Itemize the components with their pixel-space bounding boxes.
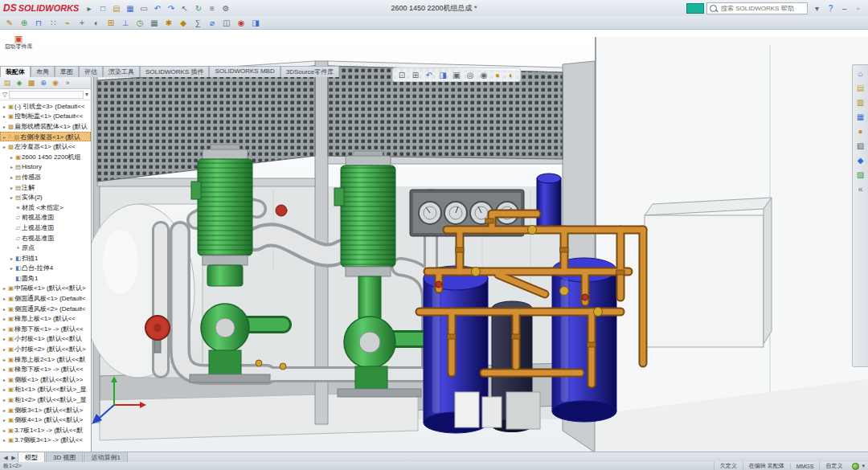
expand-arrow-icon[interactable]: ▸: [2, 437, 7, 443]
expand-arrow-icon[interactable]: ▸: [2, 427, 7, 433]
tree-item[interactable]: ▸▣小封板<1> (默认<<默认: [0, 334, 91, 345]
tree-item[interactable]: ▱上视基准面: [0, 223, 91, 233]
expand-arrow-icon[interactable]: ▸: [2, 144, 7, 149]
search-input[interactable]: [719, 4, 805, 13]
bottom-tab-2[interactable]: 运动算例1: [84, 452, 127, 462]
view-orientation-icon[interactable]: ▣: [450, 69, 463, 80]
tree-item[interactable]: ▸▣(-) 引线盒<3> (Default<<: [0, 101, 91, 112]
expand-arrow-icon[interactable]: ▸: [2, 326, 7, 332]
select-arrow-icon[interactable]: ↖: [178, 2, 191, 14]
expand-arrow-icon[interactable]: ▸: [9, 265, 14, 271]
print-icon[interactable]: ▭: [137, 2, 150, 14]
expand-arrow-icon[interactable]: ▸: [9, 194, 14, 200]
measure-icon[interactable]: ⌀: [205, 17, 219, 29]
tree-item[interactable]: ▸▣3.7侧板3<1> -> (默认<<: [0, 435, 91, 446]
small-blue-cylinder[interactable]: [537, 174, 561, 231]
tree-item[interactable]: ▸▤传感器: [0, 172, 91, 182]
tree-item[interactable]: ▸◧扫描1: [0, 253, 91, 264]
expand-arrow-icon[interactable]: ▸: [2, 397, 7, 403]
filter-funnel-icon[interactable]: ▽: [2, 91, 7, 98]
tree-item[interactable]: ▸▣侧板3<1> (默认<<默认>: [0, 405, 91, 415]
tree-item[interactable]: ≡材质 <未指定>: [0, 202, 91, 213]
window-restore-icon[interactable]: ▫: [851, 2, 865, 14]
mass-properties-icon[interactable]: ◫: [219, 17, 234, 29]
tree-filter-row[interactable]: ▽ ▾: [0, 89, 91, 100]
tree-item[interactable]: ▸▣中隔板<1> (默认<<默认>: [0, 284, 91, 294]
filter-caret-icon[interactable]: ▾: [85, 91, 88, 98]
reference-geometry-icon[interactable]: ⊥: [118, 17, 133, 29]
tree-item[interactable]: ▸▤实体(2): [0, 192, 91, 202]
section-view-icon[interactable]: ◨: [436, 69, 449, 80]
tree-item[interactable]: ▸▤注解: [0, 182, 91, 193]
bottom-tab-0[interactable]: 模型: [18, 452, 45, 462]
graphics-viewport[interactable]: ▣ 启动零件库 装配体布局草图评估渲染工具SOLIDWORKS 插件SOLIDW…: [0, 29, 868, 452]
tree-item[interactable]: ▸▣侧面通风板<1> (Default<: [0, 293, 91, 304]
expand-arrow-icon[interactable]: ▸: [2, 377, 7, 382]
displaymanager-tab-icon[interactable]: ◉: [50, 78, 61, 88]
expand-arrow-icon[interactable]: ▸: [2, 357, 7, 362]
zoom-to-area-icon[interactable]: ⊞: [409, 69, 422, 80]
expand-arrow-icon[interactable]: ▸: [2, 336, 7, 341]
solidworks-resources-icon[interactable]: ⌂: [854, 67, 866, 79]
tree-item[interactable]: ▸▣柜1<1> (默认<<默认>_显: [0, 385, 91, 395]
tree-item[interactable]: ▱前视基准面: [0, 213, 91, 223]
zoom-to-fit-icon[interactable]: ⊡: [395, 69, 408, 80]
expand-arrow-icon[interactable]: ▸: [9, 174, 14, 180]
exploded-view-icon[interactable]: ✱: [162, 17, 176, 29]
instant3d-icon[interactable]: ◆: [176, 17, 190, 29]
expand-arrow-icon[interactable]: ▸: [2, 285, 7, 291]
tree-item[interactable]: ◧圆角1: [0, 273, 91, 284]
propertymanager-tab-icon[interactable]: ◈: [14, 78, 25, 88]
menu-expand-icon[interactable]: ▸: [82, 2, 96, 14]
tree-item[interactable]: ▸▤History: [0, 162, 91, 173]
expand-arrow-icon[interactable]: ▸: [2, 316, 7, 321]
edit-component-icon[interactable]: ✎: [2, 17, 17, 29]
tree-item[interactable]: ▸▩左冷凝器<1> (默认<<: [0, 141, 91, 152]
display-style-icon[interactable]: ◎: [464, 69, 477, 80]
tree-item[interactable]: +原点: [0, 243, 91, 253]
insert-components-icon[interactable]: ⊕: [17, 17, 31, 29]
expand-arrow-icon[interactable]: ▸: [9, 255, 14, 261]
file-properties-icon[interactable]: ≡: [205, 2, 219, 14]
smart-fasteners-icon[interactable]: ⌁: [60, 17, 75, 29]
file-explorer-icon[interactable]: ▥: [854, 96, 866, 108]
command-tab-2[interactable]: 草图: [55, 66, 79, 77]
command-tab-6[interactable]: SOLIDWORKS MBD: [209, 66, 280, 77]
expand-arrow-icon[interactable]: ▸: [9, 185, 14, 190]
minimize-icon[interactable]: –: [837, 2, 851, 14]
featuremanager-tab-icon[interactable]: ▤: [2, 78, 13, 88]
view-palette-icon[interactable]: ▦: [854, 111, 866, 122]
solidworks-forum-icon[interactable]: ◆: [854, 154, 866, 166]
tree-item[interactable]: ▸▩扁形线槽装配体<1> (默认: [0, 121, 91, 132]
expand-arrow-icon[interactable]: ▸: [2, 113, 7, 119]
status-caret-icon[interactable]: ▾: [862, 463, 865, 469]
command-tab-4[interactable]: 渲染工具: [103, 66, 140, 77]
equations-icon[interactable]: ∑: [190, 17, 205, 29]
electrical-enclosure[interactable]: [645, 198, 772, 347]
tree-item[interactable]: ▸▣梯形上板2<1> (默认<<默: [0, 354, 91, 365]
open-document-icon[interactable]: ▤: [109, 2, 123, 14]
options-icon[interactable]: ⚙: [219, 2, 232, 14]
tree-item[interactable]: ▸▣3.7板1<1> -> (默认<<默: [0, 425, 91, 435]
interference-detection-icon[interactable]: ◉: [234, 17, 248, 29]
bill-of-materials-icon[interactable]: ▦: [147, 17, 162, 29]
tree-item[interactable]: ▸▣小封板<2> (默认<<默认>: [0, 344, 91, 354]
resource-monitor-icon[interactable]: [852, 463, 859, 470]
design-library-icon[interactable]: ▤: [854, 82, 866, 93]
mate-icon[interactable]: ⊓: [31, 17, 46, 29]
move-component-icon[interactable]: +: [75, 17, 89, 29]
help-icon[interactable]: ?: [824, 2, 837, 14]
redo-icon[interactable]: ↷: [164, 2, 178, 14]
appearances-scenes-icon[interactable]: ●: [854, 125, 866, 137]
save-icon[interactable]: ▦: [123, 2, 137, 14]
custom-properties-icon[interactable]: ▧: [854, 140, 866, 151]
expand-arrow-icon[interactable]: ▸: [2, 386, 7, 392]
tree-item[interactable]: ▸⚠▩右侧冷凝器<1> (默认: [0, 132, 91, 142]
command-tab-7[interactable]: 3DSource零件库: [280, 66, 340, 77]
assembly-features-icon[interactable]: ⊞: [104, 17, 118, 29]
expand-arrow-icon[interactable]: ▸: [2, 346, 7, 352]
document-recovery-icon[interactable]: ▨: [854, 169, 866, 180]
undo-icon[interactable]: ↶: [150, 2, 164, 14]
linear-component-pattern-icon[interactable]: ∷: [46, 17, 60, 29]
panel-tabs-overflow-icon[interactable]: »: [62, 78, 73, 88]
